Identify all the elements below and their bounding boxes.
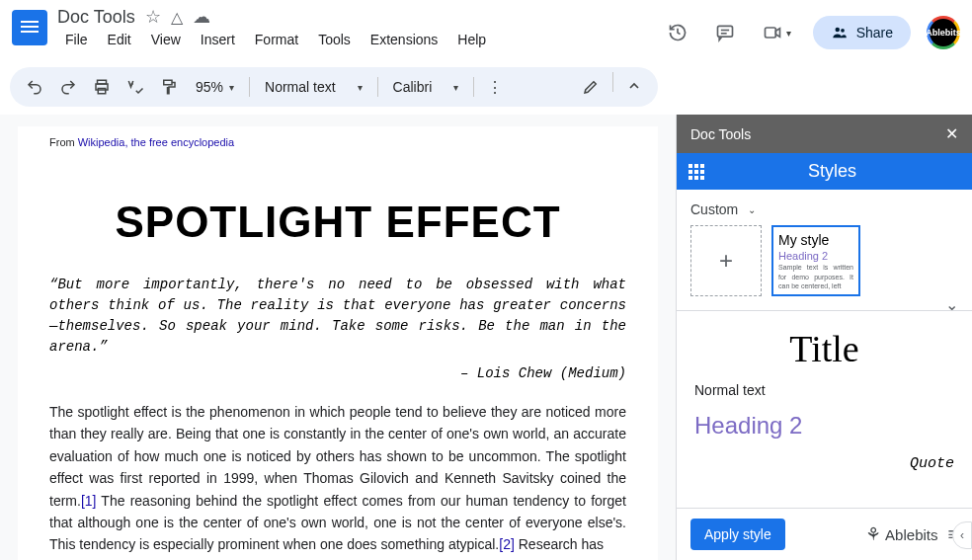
menu-help[interactable]: Help xyxy=(449,30,494,49)
share-button[interactable]: Share xyxy=(813,16,911,49)
apps-grid-icon[interactable] xyxy=(688,164,704,180)
share-label: Share xyxy=(856,25,893,40)
redo-button[interactable] xyxy=(53,72,83,102)
comments-icon[interactable] xyxy=(709,17,741,48)
menu-view[interactable]: View xyxy=(143,30,189,49)
menubar: File Edit View Insert Format Tools Exten… xyxy=(57,30,662,49)
document-title[interactable]: Doc Tools xyxy=(57,7,135,28)
menu-format[interactable]: Format xyxy=(247,30,306,49)
preview-quote[interactable]: Quote xyxy=(694,455,954,472)
zoom-select[interactable]: 95%▾ xyxy=(188,75,242,99)
app-header: Doc Tools File Edit View Insert Format T… xyxy=(0,0,972,63)
separator xyxy=(612,72,613,92)
separator xyxy=(473,77,474,97)
style-preview: Title Normal text Heading 2 Quote xyxy=(677,310,972,508)
addon-sidebar: Doc Tools ✕ Styles Custom ⌄ + My style H… xyxy=(676,115,972,560)
account-avatar[interactable]: Ablebits xyxy=(927,16,960,49)
preview-title[interactable]: Title xyxy=(694,327,954,370)
people-icon xyxy=(831,24,849,41)
panel-footer: Apply style Ablebits ≡ xyxy=(677,508,972,560)
quote-block: “But more importantly, there's no need t… xyxy=(49,275,626,358)
document-canvas[interactable]: From Wikipedia, the free encyclopedia SP… xyxy=(0,115,676,560)
svg-rect-3 xyxy=(765,28,775,38)
history-icon[interactable] xyxy=(662,17,693,48)
print-button[interactable] xyxy=(87,72,117,102)
apply-style-button[interactable]: Apply style xyxy=(690,519,785,550)
citation-link[interactable]: [2] xyxy=(499,536,515,552)
separator xyxy=(249,77,250,97)
header-main: Doc Tools File Edit View Insert Format T… xyxy=(57,6,662,49)
spellcheck-button[interactable] xyxy=(121,72,150,102)
main-area: From Wikipedia, the free encyclopedia SP… xyxy=(0,115,972,560)
card-title: My style xyxy=(778,231,853,249)
body-paragraph: The spotlight effect is the phenomenon i… xyxy=(49,401,626,556)
header-right: ▾ Share Ablebits xyxy=(662,16,960,49)
style-cards: + My style Heading 2 Sample text is writ… xyxy=(677,225,972,310)
cloud-saved-icon[interactable] xyxy=(193,6,210,28)
menu-extensions[interactable]: Extensions xyxy=(363,30,446,49)
undo-button[interactable] xyxy=(20,72,49,102)
title-row: Doc Tools xyxy=(57,6,662,28)
svg-point-5 xyxy=(835,28,840,33)
ablebits-logo[interactable]: Ablebits xyxy=(865,523,937,545)
document-heading: SPOTLIGHT EFFECT xyxy=(49,198,626,247)
more-tools-button[interactable]: ⋮ xyxy=(481,72,509,103)
paragraph-style-select[interactable]: Normal text▾ xyxy=(257,75,370,99)
move-icon[interactable] xyxy=(171,8,183,27)
svg-point-6 xyxy=(841,29,845,33)
card-sample: Sample text is written for demo purposes… xyxy=(778,263,853,289)
styles-bar: Styles xyxy=(677,153,972,190)
style-card-mystyle[interactable]: My style Heading 2 Sample text is writte… xyxy=(771,225,860,296)
collapse-toolbar-button[interactable] xyxy=(620,72,648,102)
source-link[interactable]: Wikipedia, the free encyclopedia xyxy=(78,136,234,148)
svg-rect-0 xyxy=(717,26,732,37)
expand-icon[interactable]: ⌄ xyxy=(945,295,958,314)
separator xyxy=(377,77,378,97)
editing-mode-button[interactable] xyxy=(576,72,606,102)
menu-edit[interactable]: Edit xyxy=(100,30,139,49)
close-icon[interactable]: ✕ xyxy=(945,124,958,143)
page: From Wikipedia, the free encyclopedia SP… xyxy=(18,126,658,560)
panel-title: Doc Tools xyxy=(690,126,751,142)
svg-rect-10 xyxy=(164,80,172,85)
side-panel-toggle[interactable]: ‹ xyxy=(952,521,972,549)
preview-heading2[interactable]: Heading 2 xyxy=(694,412,954,440)
svg-marker-4 xyxy=(775,29,779,37)
docs-logo-icon[interactable] xyxy=(12,10,47,45)
chevron-down-icon: ▾ xyxy=(358,82,363,93)
font-select[interactable]: Calibri▾ xyxy=(385,75,467,99)
paint-format-button[interactable] xyxy=(154,72,184,102)
add-style-button[interactable]: + xyxy=(690,225,762,296)
menu-tools[interactable]: Tools xyxy=(310,30,359,49)
menu-file[interactable]: File xyxy=(57,30,96,49)
menu-insert[interactable]: Insert xyxy=(193,30,243,49)
chevron-down-icon: ⌄ xyxy=(748,204,756,215)
panel-header: Doc Tools ✕ xyxy=(677,115,972,153)
chevron-down-icon: ▾ xyxy=(229,82,234,93)
citation-link[interactable]: [1] xyxy=(81,493,97,509)
star-icon[interactable] xyxy=(145,6,161,28)
source-line: From Wikipedia, the free encyclopedia xyxy=(49,136,626,148)
card-heading: Heading 2 xyxy=(778,249,853,263)
quote-attribution: – Lois Chew (Medium) xyxy=(49,365,626,381)
toolbar: 95%▾ Normal text▾ Calibri▾ ⋮ xyxy=(10,67,658,107)
chevron-down-icon: ▾ xyxy=(453,82,458,93)
custom-dropdown[interactable]: Custom ⌄ xyxy=(677,190,972,225)
meet-icon[interactable]: ▾ xyxy=(757,17,797,48)
styles-label: Styles xyxy=(704,161,960,182)
preview-normal[interactable]: Normal text xyxy=(694,382,954,398)
